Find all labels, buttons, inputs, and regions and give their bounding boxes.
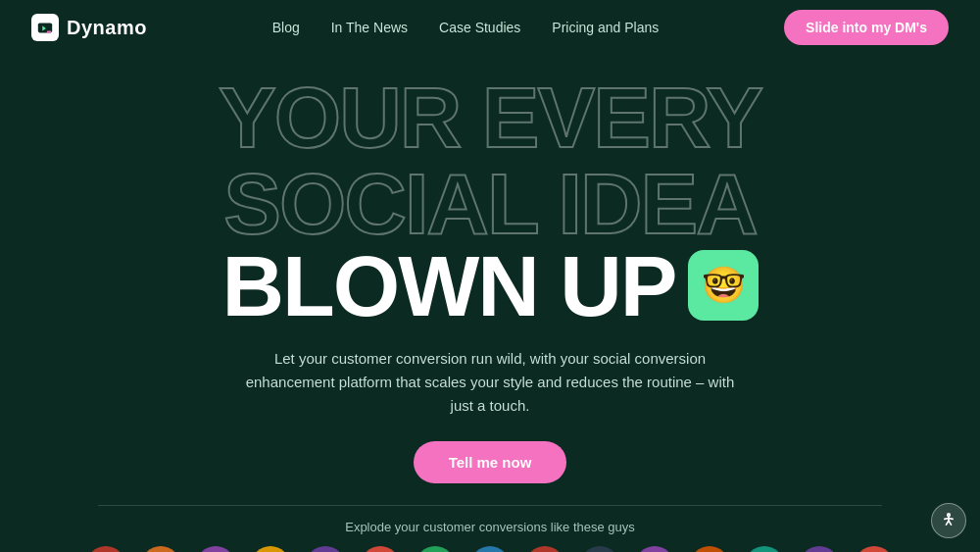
nav-cta-button[interactable]: Slide into my DM's (784, 10, 949, 45)
logos-section: Explode your customer conversions like t… (0, 506, 980, 552)
logo-item: 🤏 (306, 548, 345, 552)
svg-rect-1 (47, 31, 52, 33)
nav-link-news[interactable]: In The News (331, 20, 408, 35)
logo-item: 🏆 (635, 548, 674, 552)
nav-links: Blog In The News Case Studies Pricing an… (272, 20, 660, 35)
logo-item: 🎭 (690, 548, 729, 552)
logo-text: Dynamo (67, 17, 147, 39)
hero-cta-button[interactable]: Tell me now (414, 441, 567, 483)
logo-item: MN (196, 548, 235, 552)
nav-link-cases[interactable]: Case Studies (439, 20, 520, 35)
logo-item: ♟ (745, 548, 784, 552)
logo-item: PCH (800, 548, 839, 552)
logo-item: 🔥 (86, 548, 125, 552)
logo-item: Sci (416, 548, 455, 552)
logo-item: ▶ (361, 548, 400, 552)
accessibility-button[interactable] (931, 503, 966, 538)
nav-link-blog[interactable]: Blog (272, 20, 300, 35)
hero-section: YOUR EVERY SOCIAL IDEA BLOWN UP 🤓 Let yo… (0, 55, 980, 483)
logos-tagline: Explode your customer conversions like t… (20, 520, 960, 534)
logo-icon (31, 14, 59, 41)
logo[interactable]: Dynamo (31, 14, 147, 41)
logo-item: 🌴 (251, 548, 290, 552)
logo-item: SP (470, 548, 510, 552)
hero-subtitle: Let your customer conversion run wild, w… (245, 347, 735, 418)
logo-item: 🃏 (855, 548, 894, 552)
mascot-badge: 🤓 (688, 250, 759, 321)
navbar: Dynamo Blog In The News Case Studies Pri… (0, 0, 980, 55)
logos-row: 🔥93MN🌴🤏▶SciSPGG🕵🏆🎭♟PCH🃏 (20, 548, 960, 552)
hero-line1: YOUR EVERY (219, 75, 761, 161)
nav-link-pricing[interactable]: Pricing and Plans (552, 20, 659, 35)
hero-line2: SOCIAL IDEA (223, 161, 757, 247)
logo-item: 🕵 (580, 548, 619, 552)
hero-line3: BLOWN UP 🤓 (221, 243, 758, 329)
mascot-icon: 🤓 (702, 268, 744, 303)
logo-item: GG (525, 548, 564, 552)
logo-item: 93 (141, 548, 180, 552)
